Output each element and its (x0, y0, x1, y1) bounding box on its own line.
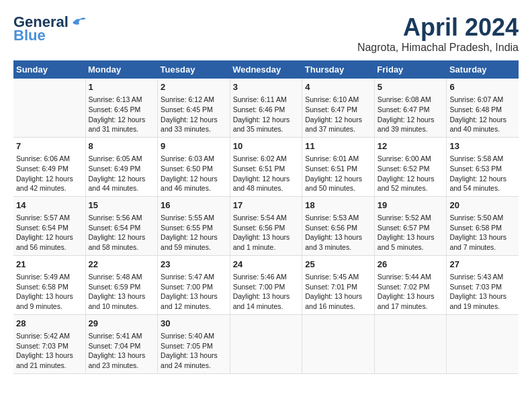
calendar-cell: 29Sunrise: 5:41 AMSunset: 7:04 PMDayligh… (85, 314, 158, 373)
cell-text: Sunset: 7:04 PM (89, 342, 141, 350)
cell-text: and 39 minutes. (378, 125, 428, 133)
day-header-thursday: Thursday (302, 60, 375, 79)
cell-text: Daylight: 13 hours (16, 351, 73, 359)
calendar-cell: 15Sunrise: 5:56 AMSunset: 6:54 PMDayligh… (85, 196, 158, 255)
calendar-cell: 12Sunrise: 6:00 AMSunset: 6:52 PMDayligh… (374, 137, 447, 196)
cell-text: Sunrise: 6:10 AM (305, 95, 359, 103)
cell-text: Sunrise: 5:42 AM (16, 332, 70, 340)
cell-text: Daylight: 13 hours (89, 292, 146, 300)
calendar-cell: 20Sunrise: 5:50 AMSunset: 6:58 PMDayligh… (447, 196, 519, 255)
calendar-cell: 11Sunrise: 6:01 AMSunset: 6:51 PMDayligh… (302, 137, 375, 196)
week-row-3: 14Sunrise: 5:57 AMSunset: 6:54 PMDayligh… (13, 196, 519, 255)
day-number: 10 (233, 140, 300, 152)
day-number: 4 (305, 81, 371, 93)
calendar-cell: 27Sunrise: 5:43 AMSunset: 7:03 PMDayligh… (447, 255, 519, 314)
cell-text: Daylight: 13 hours (89, 351, 146, 359)
calendar-cell: 7Sunrise: 6:06 AMSunset: 6:49 PMDaylight… (13, 137, 85, 196)
cell-text: Sunrise: 6:00 AM (378, 154, 431, 163)
day-number: 1 (89, 81, 155, 93)
day-header-saturday: Saturday (447, 60, 519, 79)
day-number: 16 (161, 199, 227, 212)
cell-text: Sunset: 6:55 PM (161, 224, 213, 232)
cell-text: and 5 minutes. (378, 243, 424, 251)
cell-text: Sunrise: 5:43 AM (449, 273, 503, 281)
cell-text: Sunrise: 5:50 AM (449, 214, 503, 222)
cell-text: Sunset: 6:58 PM (449, 224, 502, 232)
cell-text: Sunset: 6:50 PM (161, 165, 213, 173)
cell-text: and 59 minutes. (161, 243, 211, 251)
cell-text: Sunrise: 5:52 AM (378, 214, 431, 222)
cell-text: and 21 minutes. (16, 361, 66, 369)
day-number: 20 (449, 199, 516, 212)
week-row-4: 21Sunrise: 5:49 AMSunset: 6:58 PMDayligh… (13, 255, 519, 314)
cell-text: Sunset: 7:01 PM (305, 283, 357, 291)
day-number: 7 (16, 140, 83, 152)
cell-text: Sunrise: 6:12 AM (161, 95, 214, 103)
cell-text: Daylight: 13 hours (161, 292, 218, 300)
cell-text: Sunrise: 6:07 AM (449, 95, 503, 103)
cell-text: and 40 minutes. (449, 125, 500, 133)
cell-text: Sunrise: 6:01 AM (305, 154, 359, 163)
cell-text: and 19 minutes. (449, 302, 500, 310)
calendar-cell: 23Sunrise: 5:47 AMSunset: 7:00 PMDayligh… (158, 255, 230, 314)
cell-text: Daylight: 12 hours (161, 175, 218, 183)
cell-text: Daylight: 12 hours (89, 233, 146, 241)
cell-text: and 17 minutes. (378, 302, 428, 310)
cell-text: and 1 minute. (233, 243, 276, 251)
cell-text: Sunrise: 6:08 AM (378, 95, 431, 103)
cell-text: Sunset: 6:57 PM (378, 224, 430, 232)
calendar-cell: 6Sunrise: 6:07 AMSunset: 6:48 PMDaylight… (447, 79, 519, 137)
cell-text: and 23 minutes. (89, 361, 139, 369)
cell-text: and 56 minutes. (16, 243, 66, 251)
cell-text: Sunrise: 5:55 AM (161, 214, 214, 222)
subtitle: Nagrota, Himachal Pradesh, India (357, 42, 519, 54)
calendar-cell: 22Sunrise: 5:48 AMSunset: 6:59 PMDayligh… (85, 255, 158, 314)
cell-text: Sunrise: 5:58 AM (449, 154, 503, 163)
day-number: 30 (161, 318, 227, 330)
cell-text: Sunset: 7:05 PM (161, 342, 213, 350)
calendar-cell: 9Sunrise: 6:03 AMSunset: 6:50 PMDaylight… (158, 137, 230, 196)
calendar-cell: 1Sunrise: 6:13 AMSunset: 6:45 PMDaylight… (85, 79, 158, 137)
cell-text: and 50 minutes. (305, 184, 355, 192)
cell-text: Sunset: 7:00 PM (161, 283, 213, 291)
day-number: 23 (161, 259, 227, 271)
cell-text: and 52 minutes. (378, 184, 428, 192)
cell-text: Sunset: 6:51 PM (233, 165, 285, 173)
cell-text: Daylight: 13 hours (378, 233, 435, 241)
cell-text: and 58 minutes. (89, 243, 139, 251)
cell-text: Daylight: 12 hours (305, 175, 362, 183)
calendar-cell: 28Sunrise: 5:42 AMSunset: 7:03 PMDayligh… (13, 314, 85, 373)
cell-text: Sunset: 6:48 PM (449, 105, 502, 113)
cell-text: and 7 minutes. (449, 243, 496, 251)
calendar-cell: 18Sunrise: 5:53 AMSunset: 6:56 PMDayligh… (302, 196, 375, 255)
calendar-cell: 2Sunrise: 6:12 AMSunset: 6:45 PMDaylight… (158, 79, 230, 137)
day-number: 19 (378, 199, 444, 212)
cell-text: Sunset: 6:54 PM (89, 224, 141, 232)
cell-text: Sunrise: 5:54 AM (233, 214, 287, 222)
day-header-wednesday: Wednesday (230, 60, 302, 79)
cell-text: Sunset: 6:56 PM (233, 224, 285, 232)
day-number: 8 (89, 140, 155, 152)
cell-text: Sunset: 6:54 PM (16, 224, 69, 232)
cell-text: Daylight: 12 hours (161, 233, 218, 241)
calendar-cell: 24Sunrise: 5:46 AMSunset: 7:00 PMDayligh… (230, 255, 302, 314)
week-row-5: 28Sunrise: 5:42 AMSunset: 7:03 PMDayligh… (13, 314, 519, 373)
cell-text: Sunrise: 5:45 AM (305, 273, 359, 281)
cell-text: Sunset: 6:58 PM (16, 283, 69, 291)
day-number: 22 (89, 259, 155, 271)
cell-text: Sunrise: 5:53 AM (305, 214, 359, 222)
cell-text: Daylight: 13 hours (449, 233, 506, 241)
cell-text: Sunset: 7:03 PM (16, 342, 69, 350)
calendar-cell: 3Sunrise: 6:11 AMSunset: 6:46 PMDaylight… (230, 79, 302, 137)
day-number: 13 (449, 140, 516, 152)
cell-text: and 35 minutes. (233, 125, 283, 133)
cell-text: Sunset: 7:03 PM (449, 283, 502, 291)
day-number: 5 (378, 81, 444, 93)
day-number: 18 (305, 199, 371, 212)
cell-text: Sunset: 6:53 PM (449, 165, 502, 173)
day-number: 2 (161, 81, 227, 93)
day-number: 29 (89, 318, 155, 330)
calendar-cell: 26Sunrise: 5:44 AMSunset: 7:02 PMDayligh… (374, 255, 447, 314)
page-header: General Blue April 2024 Nagrota, Himacha… (13, 13, 519, 54)
cell-text: and 42 minutes. (16, 184, 66, 192)
